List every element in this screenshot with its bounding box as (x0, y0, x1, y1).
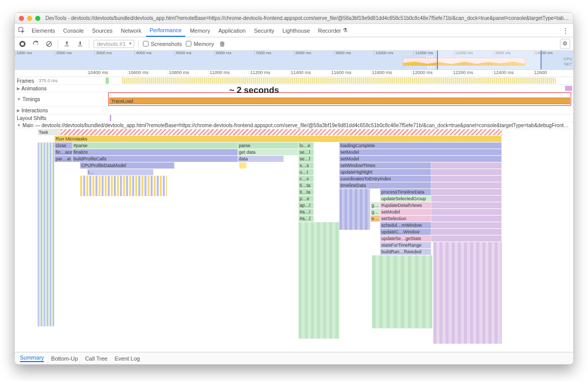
details-tabs: Summary Bottom-Up Call Tree Event Log (15, 352, 573, 364)
flame-chart: 10400 ms10600 ms10800 ms 11000 ms11200 m… (15, 70, 573, 352)
layoutshifts-track[interactable]: Layout Shifts (15, 114, 573, 122)
tab-console[interactable]: Console (60, 24, 87, 37)
flame-runmicrotasks[interactable]: Run Microtasks (55, 136, 502, 142)
window-title: DevTools - devtools://devtools/bundled/d… (45, 15, 569, 21)
tab-network[interactable]: Network (117, 24, 145, 37)
session-select[interactable]: devtools #1 (93, 40, 134, 48)
clear-button[interactable] (44, 39, 54, 49)
flame-column[interactable] (372, 255, 432, 328)
tab-security[interactable]: Security (250, 24, 278, 37)
window-titlebar: DevTools - devtools://devtools/bundled/d… (15, 13, 573, 24)
frames-value: 375.0 ms (39, 78, 58, 83)
memory-checkbox[interactable]: Memory (186, 41, 214, 47)
frames-label: Frames (17, 78, 34, 84)
settings-icon[interactable]: ⚙ (560, 39, 570, 49)
tab-elements[interactable]: Elements (28, 24, 59, 37)
upload-button[interactable] (62, 39, 71, 49)
svg-line-2 (47, 42, 51, 45)
minimize-icon[interactable] (27, 16, 32, 21)
devtools-window: DevTools - devtools://devtools/bundled/d… (14, 12, 574, 365)
screenshots-checkbox[interactable]: Screenshots (143, 41, 182, 47)
flame-ruler: 10400 ms10600 ms10800 ms 11000 ms11200 m… (15, 70, 573, 77)
more-icon[interactable]: ⋮ (558, 27, 573, 35)
tab-memory[interactable]: Memory (186, 24, 214, 37)
tab-summary[interactable]: Summary (20, 354, 44, 362)
window-controls (19, 16, 40, 21)
tab-recorder[interactable]: Recorder⚗ (314, 24, 351, 37)
main-flame[interactable]: Task Run Microtasks close #parse parse l… (15, 129, 573, 349)
flame-column[interactable] (339, 189, 370, 230)
flame-column[interactable] (299, 222, 339, 339)
tab-call-tree[interactable]: Call Tree (85, 355, 108, 362)
chevron-down-icon: ▼ (17, 97, 21, 102)
overview-side-labels: CPUNET (564, 57, 572, 67)
zoom-icon[interactable] (35, 16, 40, 21)
main-track-header[interactable]: ▼Main — devtools://devtools/bundled/devt… (15, 122, 573, 129)
frames-track: Frames 375.0 ms (15, 77, 573, 85)
frames-body[interactable] (86, 77, 573, 84)
record-button[interactable] (18, 39, 27, 49)
tab-performance[interactable]: Performance (146, 24, 185, 37)
flame-longtask[interactable] (61, 129, 502, 135)
flame-column[interactable] (433, 242, 502, 344)
tab-bottom-up[interactable]: Bottom-Up (51, 355, 78, 362)
flame-column[interactable] (80, 176, 167, 196)
animations-track[interactable]: ▶Animations (15, 85, 573, 92)
panel-tabs: Elements Console Sources Network Perform… (15, 24, 573, 37)
annotation-text: ~ 2 seconds (229, 85, 279, 96)
close-icon[interactable] (19, 16, 24, 21)
timings-track[interactable]: ▼Timings TraceLoad (15, 92, 573, 107)
flame-column[interactable] (38, 142, 54, 326)
reload-button[interactable] (31, 39, 40, 49)
trash-icon[interactable]: 🗑 (218, 39, 227, 49)
tab-lighthouse[interactable]: Lighthouse (279, 24, 313, 37)
overview-timeline[interactable]: 1000 ms2000 ms3000 ms 4000 ms5000 ms6000… (15, 51, 573, 70)
chevron-right-icon: ▶ (17, 86, 20, 91)
tab-application[interactable]: Application (215, 24, 250, 37)
traceload-bar[interactable]: TraceLoad (109, 98, 570, 104)
chevron-right-icon: ▶ (17, 108, 20, 113)
flask-icon: ⚗ (342, 27, 348, 34)
perf-toolbar: devtools #1 Screenshots Memory 🗑 ⚙ (15, 37, 573, 51)
chevron-down-icon: ▼ (17, 123, 21, 128)
interactions-track[interactable]: ▶Interactions (15, 107, 573, 114)
inspect-icon[interactable] (17, 24, 27, 37)
overview-selection[interactable] (437, 51, 542, 69)
tab-event-log[interactable]: Event Log (115, 355, 140, 362)
tab-sources[interactable]: Sources (88, 24, 116, 37)
download-button[interactable] (76, 39, 85, 49)
